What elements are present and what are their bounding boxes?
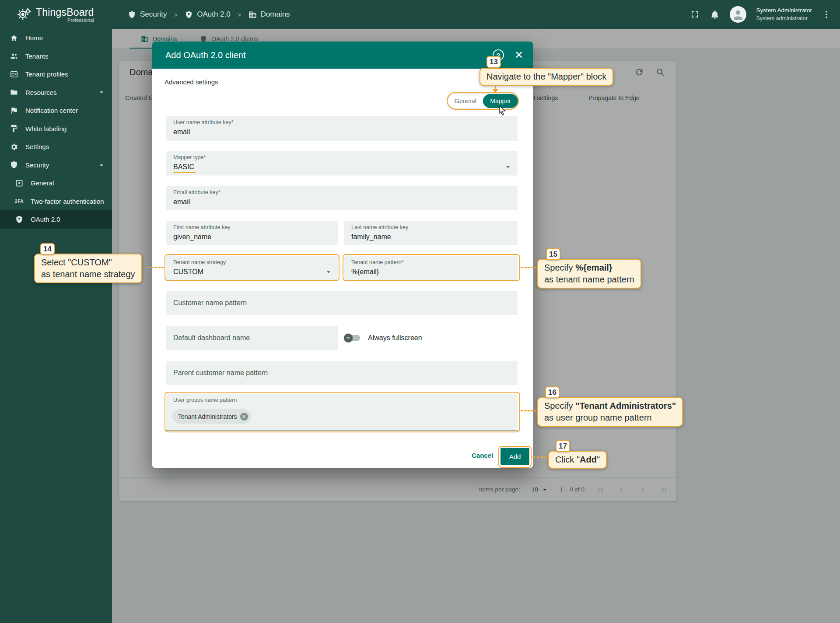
- shield-icon: [10, 160, 18, 169]
- annotation-badge-13: 13: [486, 56, 501, 68]
- annotation-13-arrowhead: [492, 89, 498, 93]
- breadcrumb-security[interactable]: Security: [128, 10, 167, 19]
- home-icon: [10, 34, 18, 42]
- folder-icon: [10, 88, 18, 97]
- brand-name: ThingsBoard: [36, 7, 94, 18]
- sidebar-item-home[interactable]: Home: [0, 29, 112, 47]
- always-fullscreen-row: Always fullscreen: [345, 326, 422, 350]
- toggle-general[interactable]: General: [448, 94, 483, 108]
- chevron-down-icon[interactable]: [324, 268, 333, 276]
- brand-gears-icon: [17, 7, 32, 22]
- general-mapper-toggle: General Mapper: [448, 94, 518, 108]
- user-role: System administrator: [756, 15, 812, 22]
- chevron-down-icon[interactable]: [504, 163, 512, 171]
- sidebar: Home Tenants Tenant profiles Resources N…: [0, 29, 112, 623]
- last-name-attribute-key-field[interactable]: Last name attribute key family_name: [344, 221, 518, 245]
- always-fullscreen-toggle[interactable]: [345, 335, 360, 341]
- tenant-administrators-chip[interactable]: Tenant Administrators ✕: [172, 409, 251, 424]
- more-vert-icon[interactable]: [822, 10, 831, 19]
- chevron-down-icon: [97, 88, 106, 97]
- breadcrumb: Security > OAuth 2.0 > Domains: [128, 10, 290, 19]
- user-avatar[interactable]: [730, 6, 746, 23]
- annotation-badge-17: 17: [556, 440, 570, 452]
- breadcrumb-separator: >: [238, 11, 242, 18]
- cancel-button[interactable]: Cancel: [472, 452, 493, 459]
- tenant-profiles-icon: [10, 70, 18, 79]
- sidebar-item-tenant-profiles[interactable]: Tenant profiles: [0, 65, 112, 84]
- gear-icon: [10, 143, 18, 151]
- breadcrumb-oauth[interactable]: OAuth 2.0: [185, 10, 231, 19]
- flag-icon: [10, 106, 18, 115]
- breadcrumb-domains[interactable]: Domains: [248, 10, 290, 19]
- sidebar-item-tenants[interactable]: Tenants: [0, 47, 112, 66]
- chip-remove-icon[interactable]: ✕: [240, 413, 248, 421]
- sidebar-item-notification-center[interactable]: Notification center: [0, 101, 112, 120]
- brand-edition: Professional: [36, 17, 94, 23]
- dialog-header: Add OAuth 2.0 client ? ✕: [152, 42, 533, 69]
- annotation-14-connector: [147, 267, 164, 268]
- fullscreen-icon[interactable]: [690, 9, 700, 20]
- add-oauth-client-dialog: Add OAuth 2.0 client ? ✕ Advanced settin…: [152, 42, 533, 468]
- annotation-17-connector: [532, 456, 548, 458]
- section-title: Advanced settings: [164, 78, 218, 86]
- sidebar-item-white-labeling[interactable]: White labeling: [0, 120, 112, 138]
- top-bar: ThingsBoard Professional Security > OAut…: [0, 0, 840, 29]
- format-paint-icon: [10, 124, 18, 133]
- tenants-people-icon: [10, 52, 18, 60]
- tenant-name-strategy-select[interactable]: Tenant name strategy CUSTOM: [166, 256, 338, 280]
- annotation-box-17: Click "Add": [548, 451, 607, 469]
- annotation-15-connector: [521, 267, 537, 268]
- customer-name-pattern-field[interactable]: Customer name pattern: [166, 291, 518, 315]
- shield-icon: [128, 10, 136, 19]
- close-icon[interactable]: ✕: [514, 50, 523, 60]
- notifications-bell-icon[interactable]: [710, 9, 720, 20]
- default-dashboard-name-field[interactable]: Default dashboard name: [166, 326, 338, 350]
- user-name: System Administrator: [756, 7, 812, 14]
- breadcrumb-separator: >: [174, 11, 178, 18]
- annotation-box-13: Navigate to the "Mapper" block: [480, 68, 613, 86]
- email-attribute-key-field[interactable]: Email attribute key* email: [166, 186, 518, 210]
- mapper-type-select[interactable]: Mapper type* BASIC: [166, 151, 518, 175]
- annotation-box-16: Specify "Tenant Administrators" as user …: [537, 397, 683, 427]
- user-info[interactable]: System Administrator System administrato…: [756, 7, 812, 22]
- sidebar-item-oauth[interactable]: OAuth 2.0: [0, 210, 112, 229]
- annotation-box-14: Select "CUSTOM" as tenant name strategy: [34, 254, 142, 283]
- toggle-knob-minus-icon: [344, 334, 353, 342]
- add-button[interactable]: Add: [500, 448, 529, 465]
- oauth-shield-icon: [185, 10, 193, 19]
- annotation-badge-15: 15: [546, 248, 560, 260]
- oauth-shield-icon: [15, 215, 24, 224]
- annotation-badge-16: 16: [545, 386, 560, 398]
- sidebar-item-resources[interactable]: Resources: [0, 84, 112, 102]
- settings-applications-icon: [15, 179, 24, 188]
- username-attribute-key-field[interactable]: User name attribute key* email: [166, 116, 518, 140]
- two-factor-icon: 2FA: [15, 199, 24, 204]
- annotation-16-connector: [521, 410, 537, 411]
- always-fullscreen-label: Always fullscreen: [368, 334, 422, 342]
- sidebar-item-security-general[interactable]: General: [0, 174, 112, 192]
- brand-logo[interactable]: ThingsBoard Professional: [0, 7, 112, 23]
- first-name-attribute-key-field[interactable]: First name attribute key given_name: [166, 221, 338, 245]
- annotation-box-15: Specify %{email} as tenant name pattern: [537, 259, 641, 289]
- tenant-name-pattern-field[interactable]: Tenant name pattern* %{email}: [344, 256, 518, 280]
- sidebar-item-security[interactable]: Security: [0, 156, 112, 174]
- mouse-cursor-icon: [497, 105, 508, 115]
- dialog-title: Add OAuth 2.0 client: [165, 50, 245, 60]
- parent-customer-name-pattern-field[interactable]: Parent customer name pattern: [166, 361, 518, 385]
- sidebar-item-settings[interactable]: Settings: [0, 138, 112, 156]
- sidebar-item-two-factor[interactable]: 2FA Two-factor authentication: [0, 192, 112, 211]
- basic-highlight-underline: [173, 172, 196, 174]
- top-bar-actions: System Administrator System administrato…: [690, 6, 840, 23]
- annotation-badge-14: 14: [40, 243, 55, 255]
- user-groups-name-pattern-field[interactable]: User groups name pattern Tenant Administ…: [166, 393, 518, 431]
- chevron-up-icon: [97, 160, 106, 169]
- domain-icon: [248, 10, 257, 19]
